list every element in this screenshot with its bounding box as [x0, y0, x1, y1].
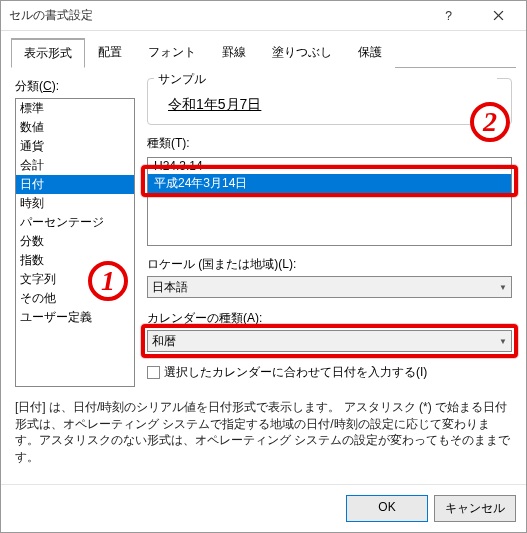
- type-item[interactable]: H24.3.14: [148, 158, 511, 174]
- type-wrapper: H24.3.14 平成24年3月14日: [147, 155, 512, 246]
- titlebar: セルの書式設定 ?: [1, 1, 526, 31]
- list-item[interactable]: 指数: [16, 251, 134, 270]
- titlebar-buttons: ?: [428, 2, 518, 30]
- svg-text:?: ?: [445, 10, 452, 21]
- list-item[interactable]: 通貨: [16, 137, 134, 156]
- list-item[interactable]: パーセンテージ: [16, 213, 134, 232]
- list-item[interactable]: 日付: [16, 175, 134, 194]
- dialog-window: セルの書式設定 ? 表示形式 配置 フォント 罫線 塗りつぶし 保護 分類(C)…: [0, 0, 527, 533]
- locale-value: 日本語: [152, 279, 188, 296]
- calendar-label: カレンダーの種類(A):: [147, 310, 512, 327]
- tab-format[interactable]: 表示形式: [11, 38, 85, 68]
- left-column: 分類(C): 標準 数値 通貨 会計 日付 時刻 パーセンテージ 分数 指数 文…: [15, 78, 135, 387]
- sample-label: サンプル: [154, 71, 497, 88]
- list-item[interactable]: 分数: [16, 232, 134, 251]
- list-item[interactable]: 時刻: [16, 194, 134, 213]
- tab-fill[interactable]: 塗りつぶし: [259, 38, 345, 68]
- cancel-button[interactable]: キャンセル: [434, 495, 516, 522]
- type-listbox[interactable]: H24.3.14 平成24年3月14日: [147, 157, 512, 246]
- tab-body: 分類(C): 標準 数値 通貨 会計 日付 時刻 パーセンテージ 分数 指数 文…: [11, 68, 516, 391]
- list-item[interactable]: ユーザー定義: [16, 308, 134, 327]
- checkbox-label: 選択したカレンダーに合わせて日付を入力する(I): [164, 364, 427, 381]
- chevron-down-icon: ▼: [499, 283, 507, 292]
- list-item[interactable]: 数値: [16, 118, 134, 137]
- tab-font[interactable]: フォント: [135, 38, 209, 68]
- description-text: [日付] は、日付/時刻のシリアル値を日付形式で表示します。 アスタリスク (*…: [11, 391, 516, 474]
- help-icon: ?: [443, 10, 454, 21]
- list-item[interactable]: 標準: [16, 99, 134, 118]
- chevron-down-icon: ▼: [499, 337, 507, 346]
- locale-dropdown[interactable]: 日本語 ▼: [147, 276, 512, 298]
- sample-groupbox: サンプル 令和1年5月7日: [147, 78, 512, 125]
- list-item[interactable]: 会計: [16, 156, 134, 175]
- checkbox-row[interactable]: 選択したカレンダーに合わせて日付を入力する(I): [147, 364, 512, 381]
- right-column: サンプル 令和1年5月7日 2 種類(T): H24.3.14 平成24年3月1…: [147, 78, 512, 387]
- ok-button[interactable]: OK: [346, 495, 428, 522]
- calendar-wrapper: 和暦 ▼: [147, 330, 512, 360]
- help-button[interactable]: ?: [428, 2, 468, 30]
- list-item[interactable]: 文字列: [16, 270, 134, 289]
- tab-protect[interactable]: 保護: [345, 38, 395, 68]
- content: 表示形式 配置 フォント 罫線 塗りつぶし 保護 分類(C): 標準 数値 通貨…: [1, 31, 526, 484]
- list-item[interactable]: その他: [16, 289, 134, 308]
- tabstrip: 表示形式 配置 フォント 罫線 塗りつぶし 保護: [11, 37, 516, 68]
- category-listbox[interactable]: 標準 数値 通貨 会計 日付 時刻 パーセンテージ 分数 指数 文字列 その他 …: [15, 98, 135, 387]
- calendar-dropdown[interactable]: 和暦 ▼: [147, 330, 512, 352]
- type-item[interactable]: 平成24年3月14日: [148, 174, 511, 193]
- close-icon: [493, 10, 504, 21]
- category-label: 分類(C):: [15, 78, 135, 95]
- tab-border[interactable]: 罫線: [209, 38, 259, 68]
- checkbox-icon[interactable]: [147, 366, 160, 379]
- locale-label: ロケール (国または地域)(L):: [147, 256, 512, 273]
- footer: OK キャンセル: [1, 484, 526, 532]
- dialog-title: セルの書式設定: [9, 7, 428, 24]
- calendar-value: 和暦: [152, 333, 176, 350]
- close-button[interactable]: [478, 2, 518, 30]
- tab-alignment[interactable]: 配置: [85, 38, 135, 68]
- type-label: 種類(T):: [147, 135, 512, 152]
- sample-value: 令和1年5月7日: [168, 96, 501, 114]
